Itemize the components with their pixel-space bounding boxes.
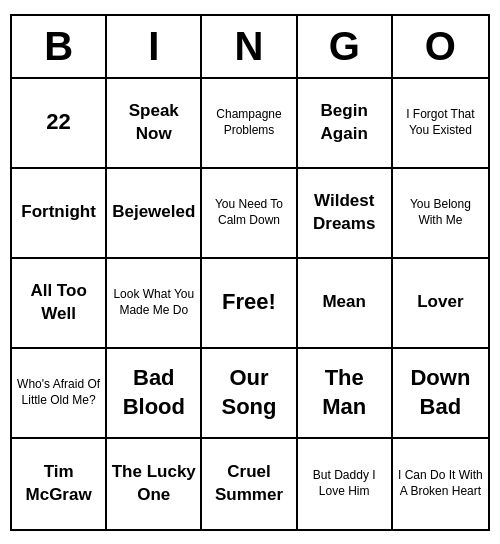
bingo-cell-20: Tim McGraw (12, 439, 107, 529)
bingo-cell-19: Down Bad (393, 349, 488, 439)
bingo-cell-12: Free! (202, 259, 297, 349)
bingo-cell-3: Begin Again (298, 79, 393, 169)
bingo-grid: 22Speak NowChampagne ProblemsBegin Again… (12, 79, 488, 529)
bingo-cell-10: All Too Well (12, 259, 107, 349)
bingo-cell-13: Mean (298, 259, 393, 349)
bingo-card: BINGO 22Speak NowChampagne ProblemsBegin… (10, 14, 490, 531)
header-letter-o: O (393, 16, 488, 77)
bingo-cell-2: Champagne Problems (202, 79, 297, 169)
bingo-cell-11: Look What You Made Me Do (107, 259, 202, 349)
bingo-header: BINGO (12, 16, 488, 79)
header-letter-n: N (202, 16, 297, 77)
bingo-cell-23: But Daddy I Love Him (298, 439, 393, 529)
bingo-cell-4: I Forgot That You Existed (393, 79, 488, 169)
bingo-cell-0: 22 (12, 79, 107, 169)
bingo-cell-1: Speak Now (107, 79, 202, 169)
bingo-cell-14: Lover (393, 259, 488, 349)
bingo-cell-7: You Need To Calm Down (202, 169, 297, 259)
bingo-cell-16: Bad Blood (107, 349, 202, 439)
bingo-cell-18: The Man (298, 349, 393, 439)
header-letter-g: G (298, 16, 393, 77)
header-letter-i: I (107, 16, 202, 77)
bingo-cell-15: Who's Afraid Of Little Old Me? (12, 349, 107, 439)
bingo-cell-6: Bejeweled (107, 169, 202, 259)
header-letter-b: B (12, 16, 107, 77)
bingo-cell-22: Cruel Summer (202, 439, 297, 529)
bingo-cell-5: Fortnight (12, 169, 107, 259)
bingo-cell-8: Wildest Dreams (298, 169, 393, 259)
bingo-cell-21: The Lucky One (107, 439, 202, 529)
bingo-cell-17: Our Song (202, 349, 297, 439)
bingo-cell-24: I Can Do It With A Broken Heart (393, 439, 488, 529)
bingo-cell-9: You Belong With Me (393, 169, 488, 259)
